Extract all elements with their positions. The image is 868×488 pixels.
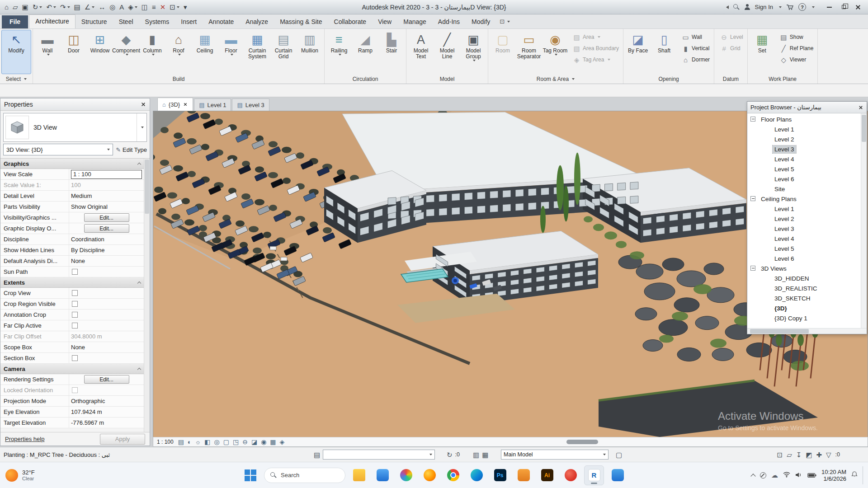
- show-rendering-dialog-icon[interactable]: ◎: [214, 439, 219, 445]
- checkbox[interactable]: [72, 355, 78, 361]
- panel-label-room-area[interactable]: Room & Area: [488, 74, 623, 84]
- type-dropdown-icon[interactable]: [137, 113, 146, 141]
- properties-close-icon[interactable]: [141, 102, 146, 107]
- shadows-icon[interactable]: ◧: [204, 439, 210, 445]
- panel-label-select[interactable]: Select: [0, 74, 33, 84]
- taskbar-app-illustrator[interactable]: Ai: [537, 465, 557, 485]
- horizontal-scrollbar-thumb[interactable]: [566, 440, 598, 444]
- property-value-text[interactable]: By Discipline: [71, 247, 104, 253]
- project-browser-header[interactable]: Project Browser - بیمارستان: [747, 102, 867, 113]
- open-button[interactable]: ▱: [11, 1, 20, 13]
- filter-icon[interactable]: ▽: [826, 451, 831, 458]
- tree-item-level-4[interactable]: Level 4: [747, 234, 861, 244]
- ribbon-tab-insert[interactable]: Insert: [175, 15, 203, 28]
- tool-tag-area[interactable]: ◈Tag Area: [571, 55, 621, 65]
- tool-viewer[interactable]: ◇Viewer: [778, 55, 816, 65]
- text-button[interactable]: A: [118, 1, 126, 13]
- tree-item-level-2[interactable]: Level 2: [747, 214, 861, 224]
- sign-in-button[interactable]: Sign In: [755, 4, 773, 10]
- help-icon[interactable]: ?: [798, 3, 806, 11]
- select-links-icon[interactable]: ⊡: [777, 451, 783, 458]
- customize-qat-button[interactable]: ▾: [182, 1, 189, 13]
- tool-area-boundary[interactable]: ▧Area Boundary: [571, 43, 621, 53]
- volume-icon[interactable]: [795, 471, 802, 479]
- properties-scrollbar[interactable]: [144, 159, 150, 432]
- tool-show[interactable]: ▤Show: [778, 32, 816, 42]
- checkbox[interactable]: [72, 387, 78, 393]
- checkbox[interactable]: [72, 269, 78, 275]
- expand-collapse-icon[interactable]: [750, 196, 755, 201]
- thin-lines-button[interactable]: ≡: [150, 1, 158, 13]
- panel-label-model[interactable]: Model: [406, 74, 488, 84]
- tool-grid[interactable]: #Grid: [718, 43, 745, 53]
- taskbar-app-file-explorer[interactable]: [349, 465, 369, 485]
- design-options-dropdown[interactable]: Main Model: [501, 450, 609, 460]
- tool-stair[interactable]: ▙Stair: [378, 30, 405, 74]
- active-workset-dropdown[interactable]: [323, 450, 435, 460]
- select-by-face-icon[interactable]: ◩: [806, 451, 812, 458]
- property-value-text[interactable]: Coordination: [71, 236, 104, 243]
- tool-ramp[interactable]: ◢Ramp: [352, 30, 378, 74]
- ribbon-tab-structure[interactable]: Structure: [75, 15, 113, 28]
- tool-shaft[interactable]: ▯Shaft: [651, 30, 677, 74]
- notifications-bell-icon[interactable]: [851, 471, 858, 479]
- show-crop-region-icon[interactable]: ◳: [233, 439, 239, 445]
- taskbar-clock[interactable]: 10:20 AM 1/6/2026: [821, 469, 846, 482]
- tool-tag-room[interactable]: ◉Tag Room: [542, 30, 568, 74]
- tree-item-level-5[interactable]: Level 5: [747, 244, 861, 253]
- tag-by-category-button[interactable]: ◎: [108, 1, 117, 13]
- drag-on-selection-icon[interactable]: ✚: [816, 451, 822, 458]
- property-value-text[interactable]: Medium: [71, 192, 92, 199]
- detail-level-icon[interactable]: ▤: [178, 439, 184, 445]
- property-value-input[interactable]: 1 : 100: [71, 170, 142, 179]
- tool-curtain-system[interactable]: ▦Curtain System: [244, 30, 270, 74]
- tool-area[interactable]: ▨Area: [571, 32, 621, 42]
- edit-button[interactable]: Edit...: [84, 375, 129, 384]
- property-value-text[interactable]: Show Original: [71, 203, 108, 210]
- tool-curtain-grid[interactable]: ▤Curtain Grid: [270, 30, 297, 74]
- ribbon-tab-analyze[interactable]: Analyze: [240, 15, 274, 28]
- tool-column[interactable]: ▮Column: [139, 30, 165, 74]
- taskbar-app-app-blue[interactable]: [608, 465, 627, 485]
- view-tab-close-icon[interactable]: [184, 103, 187, 106]
- ribbon-tab-systems[interactable]: Systems: [139, 15, 175, 28]
- crop-view-icon[interactable]: ▢: [223, 439, 229, 445]
- horizontal-scrollbar[interactable]: [295, 439, 864, 445]
- tree-item-3d-views[interactable]: 3D Views: [747, 263, 861, 273]
- tool-level[interactable]: ⊖Level: [718, 32, 745, 42]
- help-dropdown-icon[interactable]: [812, 6, 815, 8]
- project-browser-close-icon[interactable]: [859, 105, 863, 109]
- tree-item-level-6[interactable]: Level 6: [747, 253, 861, 263]
- taskbar-app-chrome[interactable]: [443, 465, 463, 485]
- minimize-button[interactable]: [822, 1, 836, 14]
- battery-icon[interactable]: [807, 471, 816, 479]
- panel-label-opening[interactable]: Opening: [623, 74, 714, 84]
- design-options-icon[interactable]: ▦: [482, 451, 488, 458]
- checkbox[interactable]: [72, 312, 78, 318]
- weather-widget[interactable]: 32°F Clear: [5, 469, 35, 482]
- switch-windows-button[interactable]: ⊡: [168, 1, 181, 13]
- close-hidden-windows-button[interactable]: ✕: [158, 1, 168, 13]
- user-account-icon[interactable]: [744, 4, 750, 10]
- tool-ceiling[interactable]: ▦Ceiling: [192, 30, 218, 74]
- hidden-icons-chevron[interactable]: [750, 474, 755, 479]
- tree-item-3d-sketch[interactable]: 3D_SKETCH: [747, 293, 861, 303]
- worksharing-display-icon[interactable]: ▥: [473, 451, 479, 458]
- tool-mullion[interactable]: ▥Mullion: [297, 30, 323, 74]
- temporary-hide-isolate-icon[interactable]: ◪: [251, 439, 257, 445]
- wifi-icon[interactable]: [783, 471, 790, 479]
- tool-roof[interactable]: ⌂Roof: [165, 30, 192, 74]
- checkbox[interactable]: [72, 323, 78, 328]
- tool-room-separator[interactable]: ▭Room Separator: [516, 30, 542, 74]
- show-desktop-button[interactable]: [863, 466, 864, 484]
- titlebar-arrow-icon[interactable]: [726, 5, 729, 9]
- expand-collapse-icon[interactable]: [750, 266, 755, 271]
- home-button[interactable]: ⌂: [3, 1, 10, 13]
- view-tab-3d[interactable]: ⌂{3D}: [157, 98, 193, 111]
- taskbar-app-photoshop[interactable]: Ps: [490, 465, 510, 485]
- property-value-text[interactable]: -776.5967 m: [71, 419, 104, 426]
- editing-requests-control[interactable]: ↻ :0: [447, 450, 460, 460]
- select-underlay-icon[interactable]: ▱: [787, 451, 792, 458]
- taskbar-app-app-red[interactable]: [561, 465, 580, 485]
- print-button[interactable]: ▤: [72, 1, 82, 13]
